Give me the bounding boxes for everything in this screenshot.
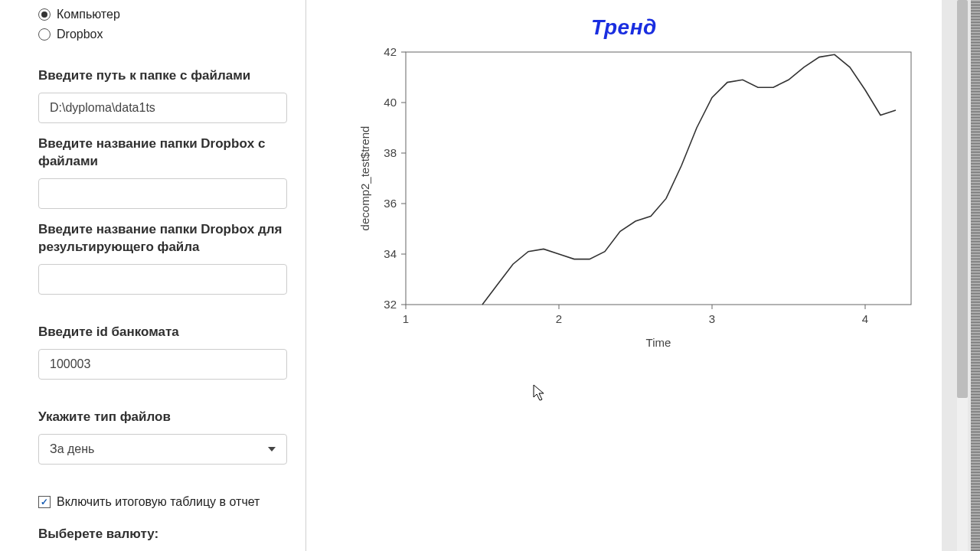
radio-label: Компьютер <box>57 8 120 21</box>
svg-text:36: 36 <box>384 197 397 210</box>
include-table-checkbox[interactable]: Включить итоговую таблицу в отчет <box>38 495 287 509</box>
chart-panel: Тренд 3234363840421234Timedecomp2_test$t… <box>306 0 942 551</box>
path-input[interactable] <box>38 93 287 123</box>
radio-label: Dropbox <box>57 28 103 41</box>
svg-text:32: 32 <box>384 298 397 311</box>
dropbox-output-folder-field[interactable] <box>38 264 287 295</box>
chevron-down-icon <box>268 447 276 452</box>
svg-text:40: 40 <box>384 96 397 109</box>
dropbox-output-folder-label: Введите название папки Dropbox для резул… <box>38 221 287 256</box>
file-type-label: Укажите тип файлов <box>38 409 287 426</box>
radio-icon <box>38 8 51 21</box>
atm-id-input[interactable] <box>38 349 287 380</box>
scrollbar-thumb[interactable] <box>957 0 968 398</box>
window-border <box>971 0 980 551</box>
dropbox-input-folder-field[interactable] <box>38 178 287 209</box>
svg-text:2: 2 <box>556 312 562 325</box>
radio-dropbox[interactable]: Dropbox <box>38 24 287 44</box>
chart-title: Тренд <box>306 15 942 40</box>
svg-text:Time: Time <box>646 336 671 349</box>
svg-text:1: 1 <box>403 312 409 325</box>
checkbox-label: Включить итоговую таблицу в отчет <box>57 495 260 509</box>
radio-computer[interactable]: Компьютер <box>38 5 287 24</box>
radio-icon <box>38 28 51 41</box>
atm-id-label: Введите id банкомата <box>38 324 287 341</box>
dropbox-input-folder-label: Введите название папки Dropbox с файлами <box>38 135 287 171</box>
file-type-select[interactable]: За день <box>38 434 287 465</box>
svg-text:3: 3 <box>709 312 715 325</box>
chart-plot: 3234363840421234Timedecomp2_test$trend <box>352 44 919 358</box>
svg-text:34: 34 <box>384 247 397 260</box>
svg-text:decomp2_test$trend: decomp2_test$trend <box>358 126 371 231</box>
svg-text:38: 38 <box>384 146 397 159</box>
path-label: Введите путь к папке с файлами <box>38 67 287 85</box>
source-radio-group: Компьютер Dropbox <box>38 0 287 55</box>
currency-label: Выберете валюту: <box>38 526 287 543</box>
svg-rect-0 <box>406 52 911 305</box>
sidebar-panel: Компьютер Dropbox Введите путь к папке с… <box>0 0 306 551</box>
file-type-value: За день <box>50 442 94 456</box>
window-edge <box>942 0 980 551</box>
checkbox-icon <box>38 496 51 508</box>
svg-text:42: 42 <box>384 45 397 58</box>
svg-text:4: 4 <box>862 312 868 325</box>
